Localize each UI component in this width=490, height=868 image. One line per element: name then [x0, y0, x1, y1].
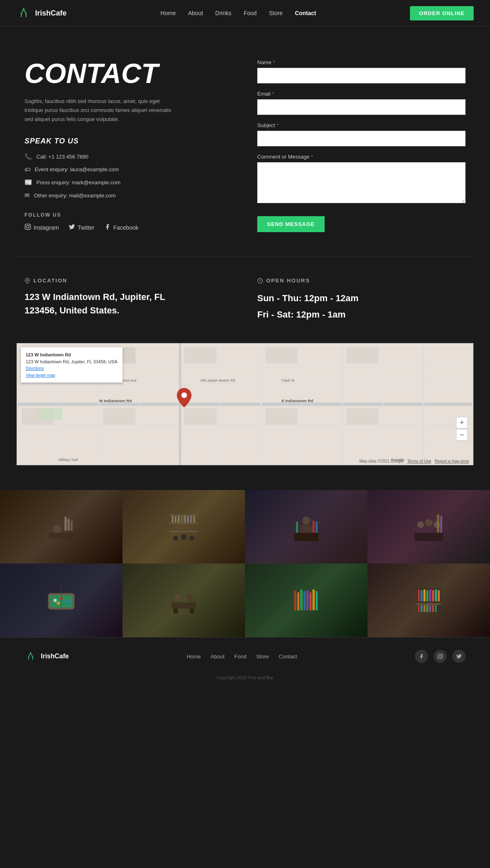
nav-store[interactable]: Store: [269, 10, 283, 16]
name-input[interactable]: [257, 68, 466, 83]
name-group: Name *: [257, 59, 466, 83]
email-required: *: [272, 91, 274, 97]
contact-form-container: Name * Email * Subject * Comment or Mess…: [257, 59, 466, 232]
directions-link[interactable]: Directions: [26, 366, 44, 371]
nav-home[interactable]: Home: [160, 10, 176, 16]
nav-drinks[interactable]: Drinks: [215, 10, 232, 16]
svg-rect-90: [297, 592, 299, 611]
svg-rect-57: [181, 516, 183, 523]
footer-twitter-icon: [456, 653, 462, 659]
svg-rect-61: [193, 516, 195, 523]
svg-rect-68: [312, 521, 315, 533]
gallery-item-3: [245, 490, 368, 564]
bar-scene-3-icon: [292, 512, 321, 541]
hours-text: Sun - Thu: 12pm - 12am Fri - Sat: 12pm -…: [257, 290, 466, 322]
gallery-item-2: [122, 490, 245, 564]
footer-link-about[interactable]: About: [211, 653, 225, 660]
bar-scene-4-icon: [414, 512, 443, 541]
gallery-item-8: [368, 564, 490, 637]
svg-rect-52: [169, 523, 198, 524]
message-textarea[interactable]: [257, 162, 466, 203]
facebook-icon: [104, 224, 111, 232]
speak-title: Speak to us: [24, 137, 233, 145]
contact-description: Sagittis, faucibus nibh sed rhoncus lacu…: [24, 97, 180, 124]
footer: IrishCafe Home About Food Store Contact: [0, 637, 490, 692]
svg-text:W Indiantown Rd: W Indiantown Rd: [99, 398, 131, 403]
svg-rect-94: [310, 592, 312, 611]
footer-link-store[interactable]: Store: [256, 653, 269, 660]
svg-text:E Indiantown Rd: E Indiantown Rd: [281, 398, 313, 403]
svg-rect-108: [421, 605, 423, 612]
svg-point-81: [66, 600, 69, 603]
brand-name: IrishCafe: [35, 9, 67, 18]
svg-rect-75: [437, 515, 439, 533]
hours-column: OPEN HOURS Sun - Thu: 12pm - 12am Fri - …: [257, 277, 466, 322]
page-title: CONTACT: [24, 59, 233, 87]
zoom-in-button[interactable]: +: [456, 417, 468, 428]
footer-link-contact[interactable]: Contact: [279, 653, 297, 660]
map-info-box: 123 W Indiantown Rd 123 W Indiantown Rd,…: [21, 347, 122, 383]
map-container: Hugh St Venus Ave Old Jupiter Beach Rd C…: [16, 343, 474, 465]
gallery-item-4: [368, 490, 490, 564]
report-link[interactable]: Report a map error: [435, 459, 469, 463]
other-enquiry-text: Other enquiry: mail@example.com: [34, 192, 116, 199]
subject-label: Subject *: [257, 122, 466, 128]
terms-link[interactable]: Terms of Use: [407, 459, 431, 463]
nav-logo: IrishCafe: [16, 6, 67, 20]
message-required: *: [311, 154, 313, 160]
svg-rect-0: [16, 6, 31, 20]
svg-rect-2: [25, 224, 30, 230]
svg-rect-76: [440, 516, 442, 533]
footer-inner: IrishCafe Home About Food Store Contact: [24, 650, 466, 680]
send-message-button[interactable]: SEND MESSAGE: [257, 216, 325, 232]
instagram-link[interactable]: Instagram: [24, 224, 59, 232]
twitter-label: Twitter: [78, 224, 94, 231]
zoom-out-button[interactable]: −: [456, 429, 468, 441]
nav-about[interactable]: About: [188, 10, 203, 16]
gallery-item-7: [245, 564, 368, 637]
svg-rect-69: [316, 521, 318, 533]
svg-rect-58: [184, 515, 186, 523]
svg-point-82: [57, 602, 60, 605]
footer-copyright: Copyright 2021 Pub and Bar: [24, 675, 466, 680]
order-online-button[interactable]: ORDER ONLINE: [410, 6, 474, 20]
map-placeholder: Hugh St Venus Ave Old Jupiter Beach Rd C…: [17, 343, 473, 465]
svg-rect-74: [414, 533, 443, 541]
svg-rect-106: [416, 603, 441, 605]
email-group: Email *: [257, 91, 466, 115]
svg-rect-103: [432, 590, 434, 602]
svg-rect-67: [294, 533, 318, 541]
svg-rect-115: [438, 654, 443, 659]
svg-rect-28: [346, 347, 379, 364]
subject-input[interactable]: [257, 131, 466, 146]
email-input[interactable]: [257, 99, 466, 115]
logo-icon: [16, 6, 31, 20]
nav-food[interactable]: Food: [244, 10, 257, 16]
svg-rect-87: [174, 608, 178, 613]
footer-facebook-button[interactable]: [415, 650, 428, 663]
svg-text:Old Jupiter Beach Rd: Old Jupiter Beach Rd: [200, 379, 235, 383]
gallery-item-1: [0, 490, 122, 564]
twitter-icon: [69, 224, 75, 232]
message-group: Comment or Message *: [257, 154, 466, 205]
bar-scene-1-icon: [49, 515, 74, 539]
footer-link-home[interactable]: Home: [187, 653, 201, 660]
view-larger-link[interactable]: View larger map: [26, 373, 55, 378]
location-hours-section: LOCATION 123 W Indiantown Rd, Jupiter, F…: [0, 257, 490, 343]
svg-rect-109: [423, 605, 425, 612]
footer-link-food[interactable]: Food: [234, 653, 247, 660]
svg-rect-96: [316, 591, 318, 611]
gallery-item-6: [122, 564, 245, 637]
footer-instagram-button[interactable]: [434, 650, 447, 663]
svg-rect-107: [418, 605, 420, 612]
footer-logo: IrishCafe: [24, 650, 69, 662]
location-address: 123 W Indiantown Rd, Jupiter, FL 123456,…: [24, 290, 233, 317]
svg-point-63: [181, 534, 187, 540]
nav-contact[interactable]: Contact: [295, 10, 316, 16]
facebook-link[interactable]: Facebook: [104, 224, 138, 232]
facebook-label: Facebook: [113, 224, 138, 231]
twitter-link[interactable]: Twitter: [69, 224, 94, 232]
svg-rect-92: [303, 591, 305, 611]
footer-twitter-button[interactable]: [452, 650, 466, 663]
footer-facebook-icon: [419, 653, 424, 659]
